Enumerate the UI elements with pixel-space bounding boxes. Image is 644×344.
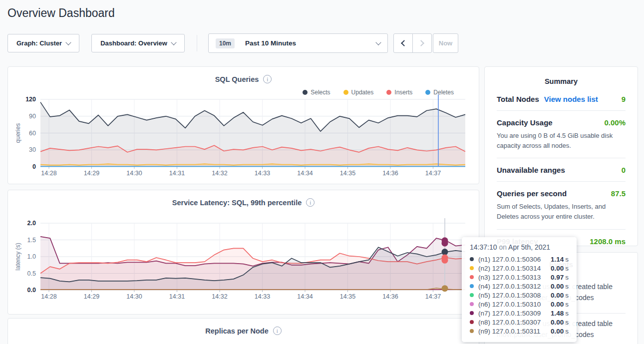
hover-point [442,240,448,247]
x-tick-label: 14:35 [340,170,355,177]
node-address: (n7) 127.0.0.1:50309 [478,310,551,317]
tooltip-row: (n6) 127.0.0.1:503100.00s [470,300,569,309]
y-tick-label: 90 [29,113,36,120]
x-tick-label: 14:33 [255,170,270,177]
hover-point [442,249,448,255]
y-tick-label: 1.0 [27,253,36,260]
next-range-button[interactable] [412,34,431,52]
node-dot-icon [470,293,474,297]
qps-description: Sum of Selects, Updates, Inserts, and De… [497,202,626,222]
tooltip-time: 14:37:10 [470,243,497,251]
node-latency-value: 1.48 [551,310,564,317]
x-tick-label: 14:29 [84,293,99,300]
node-latency-unit: s [565,274,569,281]
service-latency-chart[interactable]: 0.00.51.01.52.014:2814:2914:3014:3114:32… [8,190,480,315]
p99-latency-value: 1208.0 ms [590,237,626,246]
replicas-per-node-card: Replicas per Node i [7,318,479,344]
node-latency-value: 0.00 [551,301,564,308]
toolbar-divider [197,35,197,51]
now-button[interactable]: Now [433,33,458,53]
chevron-down-icon [65,39,71,45]
x-tick-label: 14:36 [382,170,398,177]
tooltip-rows: (n1) 127.0.0.1:503061.14s(n2) 127.0.0.1:… [470,255,569,336]
node-dot-icon [470,311,474,315]
node-latency-value: 0.97 [551,274,564,281]
page-title: Overview Dashboard [7,6,115,20]
x-tick-label: 14:35 [340,293,355,300]
service-latency-card: Service Latency: SQL, 99th percentile i … [7,190,479,315]
y-tick-label: 0.5 [27,270,36,277]
node-latency-unit: s [565,301,569,308]
summary-row-unavailable: Unavailable ranges 0 [497,158,626,181]
replicas-title-row: Replicas per Node i [8,327,479,335]
x-tick-label: 14:28 [41,170,56,177]
graph-dropdown[interactable]: Graph: Cluster [7,34,79,52]
node-latency-value: 0.00 [551,292,564,299]
y-tick-label: 0 [32,163,36,170]
summary-title: Summary [497,67,626,87]
tooltip-row: (n3) 127.0.0.1:503130.97s [470,273,569,282]
x-tick-label: 14:37 [425,293,441,300]
node-dot-icon [470,257,474,261]
node-address: (n3) 127.0.0.1:50313 [478,274,551,281]
node-latency-value: 0.00 [551,283,564,290]
capacity-label: Capacity Usage [497,118,553,127]
node-address: (n8) 127.0.0.1:50307 [478,319,551,326]
sql-queries-chart[interactable]: 030609012014:2814:2914:3014:3114:3214:33… [8,67,480,185]
x-tick-label: 14:31 [169,170,185,177]
x-tick-label: 14:29 [84,170,99,177]
dashboard-dropdown[interactable]: Dashboard: Overview [91,34,185,52]
prev-range-button[interactable] [394,34,412,52]
graph-dropdown-label: Graph: Cluster [16,39,62,47]
tooltip-row: (n8) 127.0.0.1:503070.00s [470,318,569,327]
time-range-label: Past 10 Minutes [245,39,296,47]
node-latency-value: 0.00 [551,328,564,335]
tooltip-header: 14:37:10 on Apr 5th, 2021 [470,243,569,251]
node-dot-icon [470,266,474,270]
node-address: (n2) 127.0.0.1:50314 [478,265,551,272]
x-tick-label: 14:28 [41,293,56,300]
summary-panel: Summary Total Nodes View nodes list 9 Ca… [484,66,638,246]
view-nodes-link[interactable]: View nodes list [544,95,598,103]
x-tick-label: 14:34 [297,293,313,300]
tooltip-date: Apr 5th, 2021 [508,243,550,251]
node-dot-icon [470,302,474,306]
x-tick-label: 14:30 [126,293,142,300]
node-address: (n5) 127.0.0.1:50308 [478,292,551,299]
y-axis-label: queries [14,123,21,143]
time-nav-group [393,33,432,53]
node-latency-unit: s [565,319,569,326]
tooltip-joiner: on [499,243,507,251]
time-range-dropdown[interactable]: 10m Past 10 Minutes [208,33,388,53]
unavailable-ranges-label: Unavailable ranges [497,166,565,174]
node-latency-unit: s [565,328,569,335]
time-range-badge: 10m [216,38,235,48]
node-dot-icon [470,329,474,333]
qps-value: 87.5 [611,189,626,198]
y-tick-label: 60 [29,130,36,137]
chevron-right-icon [418,40,424,46]
chart-hover-tooltip: 14:37:10 on Apr 5th, 2021 (n1) 127.0.0.1… [462,237,577,342]
node-address: (n9) 127.0.0.1:50311 [478,328,551,335]
unavailable-ranges-value: 0 [622,166,626,174]
info-icon[interactable]: i [273,327,282,335]
sql-queries-card: SQL Queries i SelectsUpdatesInsertsDelet… [7,66,479,184]
capacity-value: 0.00% [604,118,626,127]
node-latency-unit: s [565,283,569,290]
tooltip-row: (n4) 127.0.0.1:503120.00s [470,282,569,291]
capacity-description: You are using 0 B of 4.5 GiB usable disk… [497,131,626,151]
y-tick-label: 0.0 [27,287,36,294]
node-dot-icon [470,320,474,324]
chart-title: Replicas per Node [205,327,269,335]
tooltip-row: (n1) 127.0.0.1:503061.14s [470,255,569,264]
tooltip-row: (n7) 127.0.0.1:503091.48s [470,309,569,318]
now-button-label: Now [439,39,452,47]
hover-point [442,285,448,292]
x-tick-label: 14:32 [212,170,227,177]
total-nodes-label: Total Nodes [497,95,539,103]
node-latency-value: 0.00 [551,319,564,326]
total-nodes-value: 9 [622,95,626,103]
node-latency-value: 0.00 [551,265,564,272]
chevron-down-icon [171,39,176,45]
node-address: (n6) 127.0.0.1:50310 [478,301,551,308]
